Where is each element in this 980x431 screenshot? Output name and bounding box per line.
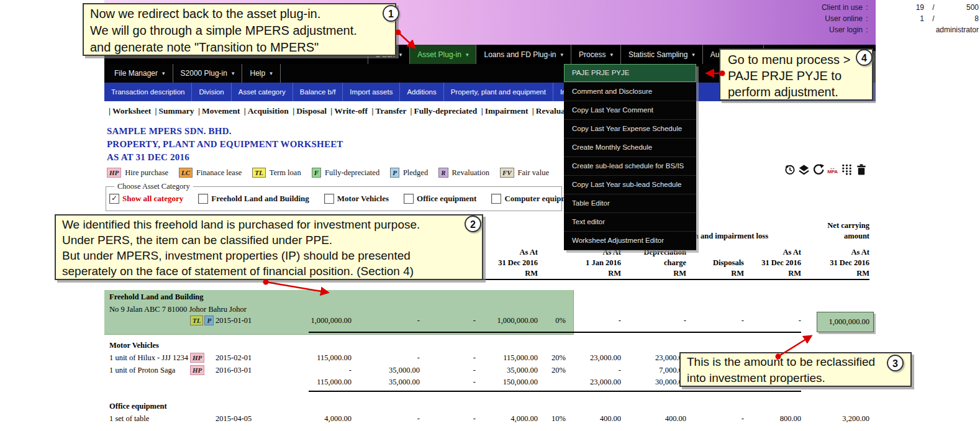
motor-total-disposals-cost: - (473, 378, 476, 387)
legend-label: Finanace lease (196, 168, 242, 178)
menu-item-s2000-plugin[interactable]: S2000 Plug-in ▾ (173, 64, 243, 83)
menu-item-worksheet-adjustment-editor[interactable]: Worksheet Adjustment Editor (564, 232, 696, 250)
motor-total-underline (309, 391, 801, 392)
note-line: Under PERS, the item can be classified u… (62, 232, 476, 248)
layers-icon[interactable] (798, 163, 810, 176)
tab-movement[interactable]: Movement (202, 106, 240, 116)
tab-fully-depreciated[interactable]: Fully-depreciated (414, 106, 478, 116)
menu-item-create-monthly-schedule[interactable]: Create Monthly Schedule (564, 138, 696, 157)
mpa-label: MPA (827, 170, 837, 174)
tab-worksheet[interactable]: Worksheet (112, 106, 151, 116)
motor-row2-cost-bf: - (349, 366, 352, 375)
motor-row1-additions: - (417, 353, 420, 363)
asset-category-legend: Choose Asset Category (114, 182, 193, 191)
menu-item-text-editor[interactable]: Text editor (564, 213, 696, 232)
tab-summary[interactable]: Summary (159, 106, 194, 116)
col-cost-cf-l2: 31 Dec 2016 (498, 258, 538, 268)
user-online-value: 1 (871, 13, 924, 24)
col-net-l1: As At (851, 248, 869, 257)
ribbon-item-asset-category[interactable]: Asset category (232, 83, 293, 101)
freehold-accum-cf: - (799, 316, 801, 325)
tab-transfer[interactable]: Transfer (375, 106, 406, 116)
tab-acquisition[interactable]: Acquisition (248, 106, 289, 116)
col-dep-charge-l2: charge (664, 258, 686, 268)
col-cost-cf-l3: RM (525, 269, 538, 278)
ribbon-item-additions[interactable]: Additions (400, 83, 443, 101)
motor-row2-additions: 35,000.00 (389, 366, 420, 375)
legend-label: Pledged (403, 168, 428, 178)
col-dep-charge-l3: RM (673, 269, 686, 278)
menu-label: Statistic Sampling (628, 50, 687, 59)
menu-item-process[interactable]: Process ▾ (571, 45, 621, 64)
net-carrying-header-2: amount (844, 232, 869, 241)
menu-label: Process (579, 50, 606, 59)
office-row1-date: 2015-04-05 (216, 414, 252, 424)
freehold-accum-bf: - (619, 316, 621, 325)
tab-impairment[interactable]: Impairment (485, 106, 529, 116)
menu-item-copy-last-year-sub-lead[interactable]: Copy Last Year sub-lead Schedule (564, 176, 696, 194)
trash-icon[interactable] (855, 163, 867, 176)
menu-item-file-manager[interactable]: File Manager ▾ (107, 64, 173, 83)
checkbox-unchecked[interactable] (491, 194, 501, 204)
tab-disposal[interactable]: Disposal (296, 106, 327, 116)
menu-item-copy-last-year-expense-schedule[interactable]: Copy Last Year Expense Schedule (564, 120, 696, 138)
checkbox-unchecked[interactable] (198, 194, 208, 204)
menu-item-asset-plugin[interactable]: Asset Plug-in ▾ (410, 45, 476, 64)
grid-dots-icon[interactable] (841, 163, 853, 176)
chevron-down-icon: ▾ (561, 52, 564, 58)
ribbon-item-balance-bf[interactable]: Balance b/f (293, 83, 343, 101)
motor-row2-disposals-cost: - (473, 366, 476, 375)
menu-item-help[interactable]: Help ▾ (242, 64, 280, 83)
checkbox-motor-vehicles[interactable]: Motor Vehicles (324, 194, 389, 204)
p-badge: P (390, 168, 399, 178)
motor-section-name: Motor Vehicles (109, 341, 159, 350)
tab-separator: | (107, 106, 112, 116)
ribbon-item-ppe[interactable]: Property, plant and equipment (444, 83, 553, 101)
tab-write-off[interactable]: Write-off (334, 106, 368, 116)
menu-item-table-editor[interactable]: Table Editor (564, 194, 696, 213)
legend-label: Revaluation (452, 168, 489, 178)
checkbox-unchecked[interactable] (324, 194, 334, 204)
history-icon[interactable] (784, 163, 796, 176)
ribbon-item-import-assets[interactable]: Import assets (343, 83, 400, 101)
checkbox-show-all-category[interactable]: ✓ Show all category (109, 194, 183, 204)
menu-item-create-sub-lead-schedule[interactable]: Create sub-lead schedule for BS/IS (564, 157, 696, 176)
office-row1-disposals-dep: - (742, 414, 744, 424)
col-accum-cf-l3: RM (788, 269, 801, 278)
slash: / (924, 13, 943, 24)
office-row1-rate: 10% (551, 414, 566, 424)
user-login-label: User login (797, 24, 863, 35)
menu-item-copy-last-year-comment[interactable]: Copy Last Year Comment (564, 101, 696, 120)
checkbox-office-equipment[interactable]: Office equipment (404, 194, 476, 204)
menu-item-comment-disclosure[interactable]: Comment and Disclosure (564, 83, 696, 101)
user-login-row: User login : administrator (797, 24, 979, 35)
ribbon-item-transaction-description[interactable]: Transaction description (104, 83, 192, 101)
annotation-note-4: Go to menu process > PAJE PRJE PYJE to p… (719, 48, 873, 101)
menu-item-paje-prje-pyje[interactable]: PAJE PRJE PYJE (564, 64, 696, 83)
menu-item-loans-fd-plugin[interactable]: Loans and FD Plug-in ▾ (476, 45, 571, 64)
checkbox-checked[interactable]: ✓ (109, 194, 119, 204)
menu-item-statistic-sampling[interactable]: Statistic Sampling ▾ (621, 45, 703, 64)
colon: : (863, 13, 871, 24)
mpa-icon[interactable]: ↔ MPA (827, 163, 838, 176)
motor-row1-badges: HP (190, 353, 204, 363)
legend-hire-purchase: HP Hire purchase (107, 168, 168, 178)
ribbon-item-division[interactable]: Division (192, 83, 231, 101)
menu-label: Help (250, 69, 265, 78)
freehold-disposals-dep: - (742, 316, 744, 325)
legend-label: Fair value (518, 168, 549, 178)
motor-total-cost-cf: 150,000.00 (503, 378, 538, 387)
session-status-panel: Client in use : 19 / 500 User online : 1… (797, 2, 979, 35)
checkbox-freehold-land[interactable]: Freehold Land and Building (198, 194, 309, 204)
checkbox-unchecked[interactable] (404, 194, 414, 204)
freehold-cost-bf: 1,000,000.00 (311, 316, 352, 325)
motor-row1-cost-cf: 115,000.00 (503, 353, 538, 363)
badge-legend: HP Hire purchase LC Finanace lease TL Te… (107, 168, 549, 178)
freehold-disposals-cost: - (473, 316, 476, 325)
worksheet-date: AS AT 31 DEC 2016 (107, 152, 189, 163)
legend-finance-lease: LC Finanace lease (179, 168, 242, 178)
fv-badge: FV (500, 168, 514, 178)
refresh-icon[interactable] (812, 163, 824, 176)
col-net-l3: RM (856, 269, 869, 278)
office-row1-cost-cf: 4,000.00 (510, 414, 538, 424)
